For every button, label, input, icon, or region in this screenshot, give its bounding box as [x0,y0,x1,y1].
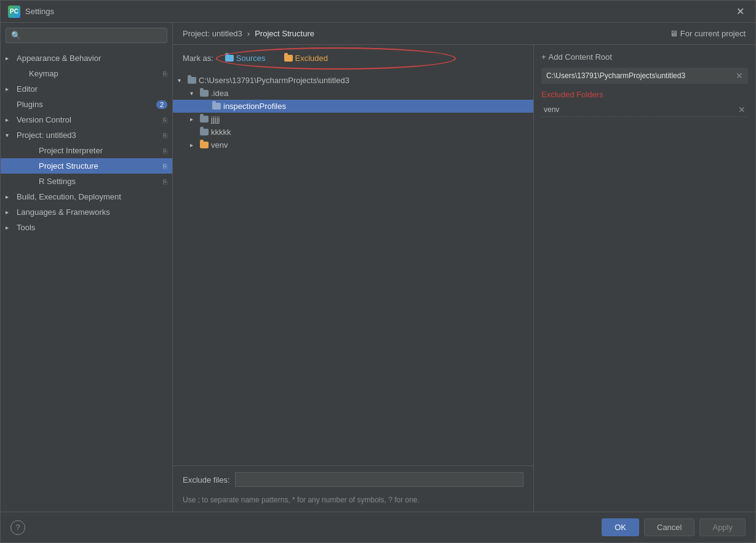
tree-item-label: jjjjj [211,115,220,124]
sidebar-item-label: Plugins [17,100,43,109]
folder-icon [200,129,209,135]
exclude-files-input[interactable] [235,472,523,487]
excluded-folders-title: Excluded Folders [541,90,748,99]
tree-item-label: kkkkk [211,127,231,137]
content-area: Mark as: Sources Excluded [173,45,755,512]
tree-item-kkkkk[interactable]: kkkkk [173,126,533,139]
breadcrumb-project: Project: untitled3 [183,29,242,38]
apply-button[interactable]: Apply [699,518,746,536]
mark-as-excluded-btn[interactable]: Excluded [277,51,335,65]
close-button[interactable]: ✕ [733,4,748,18]
sidebar-items: ▸ Appearance & Behavior Keymap ⎘ ▸ Edito… [1,48,172,512]
exclude-files-bar: Exclude files: [173,465,533,493]
tree-arrow: ▾ [190,90,197,97]
sidebar-item-label: Keymap [29,69,58,78]
arrow-icon: ▸ [6,193,13,200]
folder-icon [212,103,221,110]
sidebar-item-label: Build, Execution, Deployment [17,192,121,201]
file-tree: ▾ C:\Users\13791\PycharmProjects\untitle… [173,71,533,465]
arrow-icon: ▸ [6,86,13,92]
arrow-icon: ▸ [6,224,13,231]
cancel-button[interactable]: Cancel [644,518,694,536]
main-content: Project: untitled3 › Project Structure 🖥… [173,23,755,512]
remove-content-root-btn[interactable]: ✕ [736,71,743,81]
monitor-icon: 🖥 [670,29,678,38]
ok-button[interactable]: OK [602,518,639,536]
arrow-icon: ▸ [6,116,13,123]
copy-icon: ⎘ [163,116,167,124]
exclude-files-label: Exclude files: [183,475,230,485]
title-bar: PC Settings ✕ [1,1,755,23]
tree-item-label: .idea [211,89,228,98]
tree-item-inspection-profiles[interactable]: inspectionProfiles [173,100,533,113]
tree-item-label: venv [211,140,228,150]
copy-icon: ⎘ [163,178,167,185]
folder-icon [188,77,196,84]
copy-icon: ⎘ [163,70,167,78]
plugins-badge: 2 [156,100,167,109]
dialog-title: Settings [25,7,54,16]
breadcrumb-bar: Project: untitled3 › Project Structure 🖥… [173,23,755,45]
tree-item-root[interactable]: ▾ C:\Users\13791\PycharmProjects\untitle… [173,74,533,87]
sidebar-item-label: Project Structure [39,161,98,171]
tree-arrow: ▾ [178,77,185,84]
bottom-actions: OK Cancel Apply [602,518,746,536]
add-icon: + [541,52,546,62]
tree-item-idea[interactable]: ▾ .idea [173,87,533,100]
search-box[interactable]: 🔍 [6,28,167,43]
sidebar-item-editor[interactable]: ▸ Editor [1,81,172,97]
excluded-item-venv: venv ✕ [541,103,748,117]
sidebar-item-appearance[interactable]: ▸ Appearance & Behavior [1,50,172,66]
sidebar-item-project-interpreter[interactable]: Project Interpreter ⎘ [1,143,172,158]
tree-arrow: ▸ [190,116,197,123]
sidebar-item-r-settings[interactable]: R Settings ⎘ [1,174,172,189]
title-bar-left: PC Settings [8,6,54,18]
breadcrumb-separator: › [247,29,250,38]
search-icon: 🔍 [11,31,21,40]
sources-folder-icon [225,55,234,62]
sidebar-item-build-execution[interactable]: ▸ Build, Execution, Deployment [1,189,172,204]
right-panel: + Add Content Root C:\Users\13791\Pychar… [534,45,755,512]
dialog-body: 🔍 ▸ Appearance & Behavior Keymap ⎘ ▸ Edi… [1,23,755,512]
file-tree-panel: Mark as: Sources Excluded [173,45,534,512]
sidebar-item-label: Version Control [17,115,71,124]
mark-as-bar: Mark as: Sources Excluded [173,45,533,71]
tree-item-jjjjj[interactable]: ▸ jjjjj [173,113,533,126]
sidebar-item-keymap[interactable]: Keymap ⎘ [1,66,172,81]
mark-as-sources-btn[interactable]: Sources [218,51,273,65]
content-root-path: C:\Users\13791\PycharmProjects\untitled3 [546,71,685,80]
add-content-root-label: Add Content Root [549,52,612,62]
sidebar-item-languages-frameworks[interactable]: ▸ Languages & Frameworks [1,204,172,220]
sidebar-item-project[interactable]: ▾ Project: untitled3 ⎘ [1,127,172,143]
copy-icon: ⎘ [163,147,167,155]
sidebar-item-label: R Settings [39,177,76,186]
content-root-item: C:\Users\13791\PycharmProjects\untitled3… [541,68,748,84]
copy-icon: ⎘ [163,132,167,139]
tree-arrow: ▸ [190,142,197,148]
sidebar: 🔍 ▸ Appearance & Behavior Keymap ⎘ ▸ Edi… [1,23,173,512]
folder-icon [200,142,209,148]
folder-icon [200,116,209,123]
exclude-files-hint: Use ; to separate name patterns, * for a… [173,493,533,512]
sidebar-item-label: Project Interpreter [39,146,103,155]
arrow-icon: ▾ [6,132,13,139]
settings-dialog: PC Settings ✕ 🔍 ▸ Appearance & Behavior … [0,0,756,543]
search-input[interactable] [23,31,162,40]
excluded-folder-icon [284,55,293,62]
sidebar-item-label: Project: untitled3 [17,131,76,140]
sidebar-item-version-control[interactable]: ▸ Version Control ⎘ [1,112,172,127]
for-current-project-btn[interactable]: 🖥 For current project [670,29,746,38]
remove-excluded-btn[interactable]: ✕ [738,105,746,115]
sidebar-item-label: Appearance & Behavior [17,54,101,63]
sidebar-item-label: Tools [17,223,35,232]
help-button[interactable]: ? [10,520,25,535]
breadcrumb-active: Project Structure [255,29,314,38]
arrow-icon: ▸ [6,209,13,215]
add-content-root-btn[interactable]: + Add Content Root [541,52,748,62]
sidebar-item-label: Languages & Frameworks [17,207,110,217]
tree-item-venv[interactable]: ▸ venv [173,139,533,151]
arrow-icon: ▸ [6,55,13,62]
sidebar-item-tools[interactable]: ▸ Tools [1,220,172,235]
sidebar-item-project-structure[interactable]: Project Structure ⎘ [1,158,172,174]
sidebar-item-plugins[interactable]: Plugins 2 [1,97,172,112]
